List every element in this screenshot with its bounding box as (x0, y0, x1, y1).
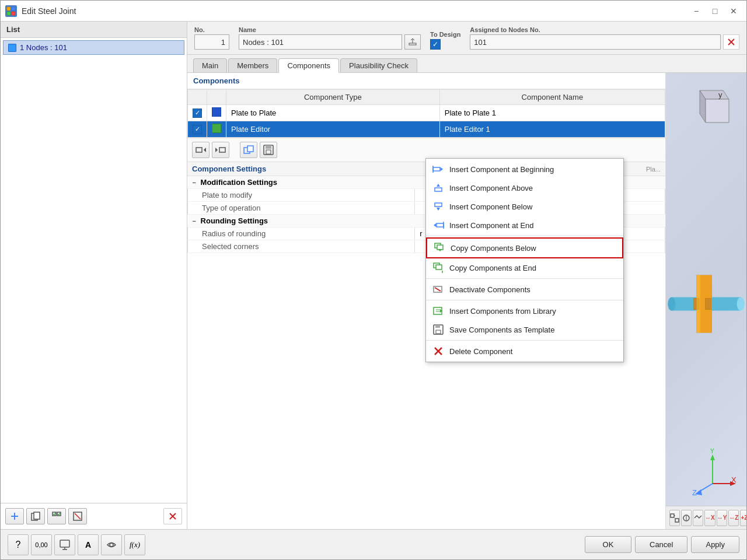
axis-indicator: Y X Z (689, 449, 736, 497)
formula-button[interactable]: f(x) (124, 534, 145, 555)
ctx-insert-beginning[interactable]: Insert Component at Beginning (426, 160, 623, 178)
list-item[interactable]: 1 Nodes : 101 (3, 40, 184, 55)
svg-marker-40 (710, 454, 715, 460)
app-icon (5, 5, 17, 17)
checkmark-icon: ✓ (432, 40, 438, 48)
insert-left-button[interactable] (192, 142, 210, 158)
svg-point-96 (110, 543, 113, 547)
copy-button[interactable] (26, 508, 45, 524)
maximize-button[interactable]: □ (707, 4, 723, 18)
ctx-insert-library[interactable]: Insert Components from Library (426, 302, 623, 320)
display-button[interactable] (54, 534, 75, 555)
bottom-icon-group: ? 0,00 A f(x) (8, 534, 580, 555)
copy-end-icon (432, 261, 445, 274)
check-all-button[interactable] (47, 508, 66, 524)
collapse-rounding-button[interactable]: − (193, 218, 196, 225)
col-name-header: Component Name (439, 90, 665, 105)
to-design-checkbox[interactable]: ✓ (430, 39, 441, 50)
ctx-copy-end[interactable]: Copy Components at End (426, 258, 623, 277)
view-btn-2[interactable] (681, 510, 692, 526)
main-content: List 1 Nodes : 101 (1, 22, 746, 529)
plate-to-modify-label: Plate to modify (188, 189, 415, 202)
view-btn-1[interactable] (669, 510, 680, 526)
svg-rect-73 (437, 223, 444, 227)
ctx-copy-below[interactable]: Copy Components Below (426, 237, 623, 258)
component-row-1[interactable]: ✓ Plate Editor Plate Editor 1 (188, 121, 665, 138)
ctx-insert-end-label: Insert Component at End (449, 221, 534, 230)
row1-check-cell: ✓ (188, 121, 207, 138)
view-btn-3[interactable] (693, 510, 703, 526)
row0-name: Plate to Plate 1 (439, 105, 665, 121)
view-btn-z[interactable]: ↔Z (728, 510, 739, 526)
assigned-input[interactable] (470, 34, 721, 50)
row1-name: Plate Editor 1 (439, 121, 665, 138)
col-color (207, 90, 226, 105)
minimize-button[interactable]: − (688, 4, 704, 18)
add-button[interactable] (5, 508, 24, 524)
name-input[interactable] (239, 34, 402, 50)
ctx-insert-below-label: Insert Component Below (449, 202, 532, 211)
assigned-del-button[interactable] (723, 34, 739, 50)
ctx-insert-below[interactable]: Insert Component Below (426, 197, 623, 216)
cancel-button[interactable]: Cancel (635, 536, 687, 553)
svg-rect-48 (671, 514, 674, 517)
ctx-insert-end[interactable]: Insert Component at End (426, 216, 623, 235)
save-component-button[interactable] (260, 142, 277, 158)
view-btn-y[interactable]: ↔Y (717, 510, 728, 526)
insert-below-icon (432, 200, 445, 213)
ctx-delete-label: Delete Component (449, 347, 512, 356)
view-btn-x[interactable]: ↔X (704, 510, 715, 526)
svg-rect-71 (435, 203, 442, 206)
svg-rect-20 (219, 148, 225, 152)
delete-icon (432, 345, 445, 358)
close-button[interactable]: ✕ (725, 4, 742, 18)
name-edit-button[interactable] (404, 34, 421, 50)
apply-button[interactable]: Apply (691, 536, 739, 553)
tab-plausibility[interactable]: Plausibility Check (340, 58, 417, 72)
assigned-label: Assigned to Nodes No. (470, 26, 739, 33)
ctx-save-template[interactable]: Save Components as Template (426, 320, 623, 339)
svg-rect-25 (266, 145, 271, 149)
main-window: Edit Steel Joint − □ ✕ List 1 Nodes : 10… (0, 0, 747, 560)
svg-rect-38 (697, 275, 701, 333)
decimal-button[interactable]: 0,00 (31, 534, 52, 555)
window-controls: − □ ✕ (688, 4, 742, 18)
row0-checkbox[interactable]: ✓ (193, 108, 202, 118)
copy-component-button[interactable] (240, 142, 257, 158)
uncheck-all-button[interactable] (68, 508, 87, 524)
tab-members[interactable]: Members (228, 58, 277, 72)
row1-checkbox[interactable]: ✓ (193, 125, 202, 134)
view-btn-plus-z[interactable]: +Z (740, 510, 746, 526)
svg-marker-67 (441, 167, 443, 171)
row0-check-cell: ✓ (188, 105, 207, 121)
ok-button[interactable]: OK (585, 536, 631, 553)
help-button[interactable]: ? (8, 534, 29, 555)
delete-button[interactable] (163, 508, 182, 524)
ctx-delete[interactable]: Delete Component (426, 342, 623, 360)
component-row-0[interactable]: ✓ Plate to Plate Plate to Plate 1 (188, 105, 665, 121)
ctx-insert-above[interactable]: Insert Component Above (426, 178, 623, 197)
3d-shapes (666, 108, 746, 500)
collapse-modification-button[interactable]: − (193, 179, 196, 186)
deactivate-icon (432, 283, 445, 296)
left-panel: List 1 Nodes : 101 (1, 22, 187, 529)
svg-rect-93 (60, 540, 69, 547)
copy-below-icon (433, 242, 446, 254)
context-menu: Insert Component at Beginning Insert Com… (425, 158, 624, 362)
no-group: No. (194, 26, 229, 50)
insert-right-button[interactable] (212, 142, 229, 158)
svg-point-34 (737, 298, 745, 311)
tab-components[interactable]: Components (278, 58, 339, 73)
ctx-separator-4 (426, 340, 623, 341)
assigned-group: Assigned to Nodes No. (470, 26, 739, 50)
tab-main[interactable]: Main (193, 58, 227, 72)
svg-rect-69 (435, 188, 442, 191)
svg-rect-18 (196, 148, 202, 152)
3d-canvas: y (666, 73, 746, 529)
insert-library-icon (432, 304, 445, 317)
view-button[interactable] (101, 534, 122, 555)
text-button[interactable]: A (78, 534, 99, 555)
no-input[interactable] (194, 34, 229, 50)
col-check (188, 90, 207, 105)
ctx-deactivate[interactable]: Deactivate Components (426, 280, 623, 299)
